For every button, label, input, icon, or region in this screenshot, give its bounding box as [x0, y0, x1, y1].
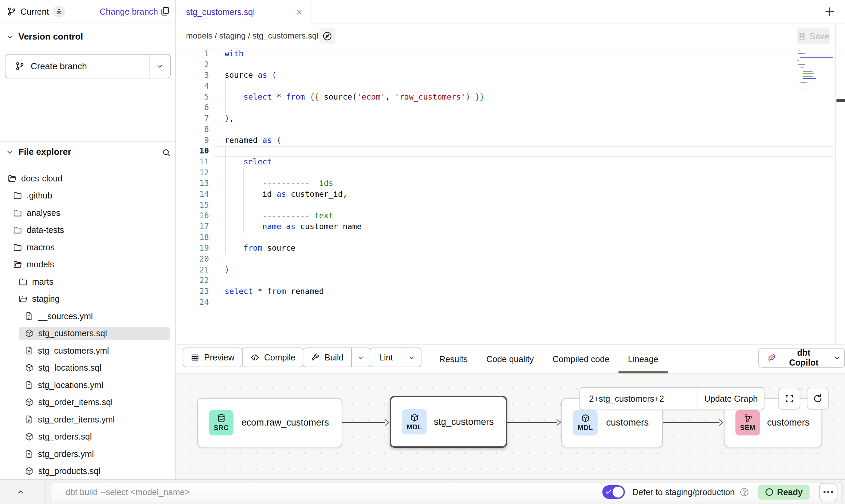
lineage-graph[interactable]: SRC ecom.raw_customers MDL stg_customers… — [176, 374, 845, 479]
tree-item-analyses[interactable]: analyses — [0, 204, 175, 222]
code-line-10[interactable]: 10 — [176, 146, 845, 157]
change-branch-link[interactable]: Change branch — [100, 7, 158, 17]
code-line-19[interactable]: 19 from source — [176, 243, 845, 254]
scrollbar-thumb[interactable] — [836, 99, 845, 102]
code-line-3[interactable]: 3source as ( — [176, 70, 845, 81]
build-caret[interactable] — [352, 354, 370, 361]
code-line-11[interactable]: 11 select — [176, 157, 845, 167]
update-graph-button[interactable]: Update Graph — [698, 388, 764, 410]
minimap-line — [798, 64, 805, 65]
folder-icon — [13, 208, 22, 218]
code-line-18[interactable]: 18 — [176, 232, 845, 243]
code-line-16[interactable]: 16 ---------- text — [176, 210, 845, 221]
tree-item-stg_orders.sql[interactable]: stg_orders.sql — [0, 428, 175, 446]
tree-item-stg_order_items.sql[interactable]: stg_order_items.sql — [0, 394, 175, 411]
code-line-12[interactable]: 12 — [176, 167, 845, 178]
tab-compiled-code[interactable]: Compiled code — [553, 345, 610, 373]
lineage-node-source[interactable]: SRC ecom.raw_customers — [197, 398, 342, 447]
tree-item-stg_products.sql[interactable]: stg_products.sql — [0, 463, 175, 479]
current-branch[interactable]: Current — [7, 5, 65, 18]
code-line-23[interactable]: 23select * from renamed — [176, 286, 845, 297]
fullscreen-button[interactable] — [778, 388, 800, 410]
version-control-header[interactable]: Version control — [6, 31, 83, 42]
lint-button[interactable]: Lint — [370, 347, 421, 367]
command-input[interactable] — [51, 487, 602, 497]
dbt-copilot-button[interactable]: dbt Copilot — [758, 348, 845, 368]
tree-item-stg_locations.yml[interactable]: stg_locations.yml — [0, 376, 175, 394]
create-branch-label: Create branch — [31, 61, 87, 72]
tree-item-models[interactable]: models — [0, 256, 175, 273]
preview-button[interactable]: Preview — [183, 347, 243, 367]
tree-item-__sources.yml[interactable]: __sources.yml — [0, 308, 175, 325]
tree-item-label: .github — [27, 191, 52, 201]
code-line-22[interactable]: 22 — [176, 275, 845, 286]
code-line-21[interactable]: 21) — [176, 265, 845, 276]
more-options-button[interactable] — [819, 483, 837, 501]
tree-item-label: docs-cloud — [21, 174, 62, 183]
folder-icon — [13, 243, 22, 252]
tree-item-macros[interactable]: macros — [0, 239, 175, 256]
code-line-2[interactable]: 2 — [176, 59, 845, 70]
code-line-4[interactable]: 4 — [176, 81, 845, 92]
tree-item-stg_order_items.yml[interactable]: stg_order_items.yml — [0, 411, 175, 428]
code-line-20[interactable]: 20 — [176, 254, 845, 265]
lineage-node-stg-customers[interactable]: MDL stg_customers — [390, 396, 507, 448]
action-toolbar: Preview Compile Build Lint — [176, 344, 845, 374]
code-line-1[interactable]: 1with — [176, 48, 845, 59]
lineage-selector-input[interactable] — [580, 388, 698, 410]
tree-item-label: staging — [32, 294, 60, 304]
save-button[interactable]: Save — [797, 28, 830, 44]
code-line-17[interactable]: 17 name as customer_name — [176, 221, 845, 232]
line-number: 14 — [176, 189, 209, 200]
tree-item-.github[interactable]: .github — [0, 187, 175, 205]
code-editor[interactable]: 1with23source as (45 select * from {{ so… — [176, 48, 845, 344]
line-number: 9 — [176, 135, 209, 146]
create-branch-caret[interactable] — [149, 63, 170, 70]
model-badge: MDL — [402, 409, 427, 434]
tree-item-staging[interactable]: staging — [0, 291, 175, 308]
refresh-button[interactable] — [807, 388, 829, 410]
tree-item-marts[interactable]: marts — [0, 273, 175, 291]
create-branch-button[interactable]: Create branch — [5, 54, 171, 78]
tree-item-stg_orders.yml[interactable]: stg_orders.yml — [0, 445, 175, 463]
defer-toggle[interactable] — [602, 485, 625, 499]
copilot-caret[interactable] — [829, 355, 844, 361]
code-line-15[interactable]: 15 — [176, 200, 845, 211]
code-line-5[interactable]: 5 select * from {{ source('ecom', 'raw_c… — [176, 92, 845, 103]
tab-lineage[interactable]: Lineage — [628, 345, 658, 373]
ready-status-button[interactable]: Ready — [758, 485, 810, 500]
code-line-24[interactable]: 24 — [176, 297, 845, 308]
folder-icon — [13, 191, 22, 200]
chevron-up-icon[interactable] — [15, 487, 26, 498]
minimap[interactable] — [798, 50, 835, 96]
build-button[interactable]: Build — [303, 347, 371, 367]
code-line-7[interactable]: 7), — [176, 113, 845, 124]
close-icon[interactable] — [295, 8, 303, 16]
preview-label: Preview — [199, 353, 242, 362]
source-badge: SRC — [209, 410, 233, 435]
tab-stg-customers[interactable]: stg_customers.sql — [176, 0, 312, 24]
copy-icon[interactable] — [160, 6, 170, 16]
code-line-6[interactable]: 6 — [176, 102, 845, 113]
tab-results[interactable]: Results — [439, 345, 468, 373]
code-line-14[interactable]: 14 id as customer_id, — [176, 189, 845, 200]
tree-item-stg_customers.sql[interactable]: stg_customers.sql — [0, 325, 175, 342]
lint-caret[interactable] — [402, 354, 421, 361]
file-explorer-header[interactable]: File explorer — [6, 147, 71, 157]
code-line-13[interactable]: 13 ---------- ids — [176, 178, 845, 189]
tab-code-quality[interactable]: Code quality — [486, 345, 534, 373]
new-tab-plus-icon[interactable] — [823, 5, 836, 18]
compass-icon[interactable] — [319, 28, 335, 44]
tree-item-docs-cloud[interactable]: docs-cloud — [0, 170, 175, 187]
tree-item-stg_customers.yml[interactable]: stg_customers.yml — [0, 342, 175, 359]
minimap-line — [798, 89, 811, 89]
code-line-8[interactable]: 8 — [176, 124, 845, 135]
tree-item-label: __sources.yml — [38, 311, 93, 321]
help-icon[interactable] — [740, 487, 749, 497]
code-line-9[interactable]: 9renamed as ( — [176, 135, 845, 146]
compile-button[interactable]: Compile — [242, 347, 304, 367]
search-icon[interactable] — [162, 148, 171, 158]
tree-item-stg_locations.sql[interactable]: stg_locations.sql — [0, 359, 175, 377]
folder-open-icon — [18, 294, 28, 303]
tree-item-data-tests[interactable]: data-tests — [0, 222, 175, 239]
